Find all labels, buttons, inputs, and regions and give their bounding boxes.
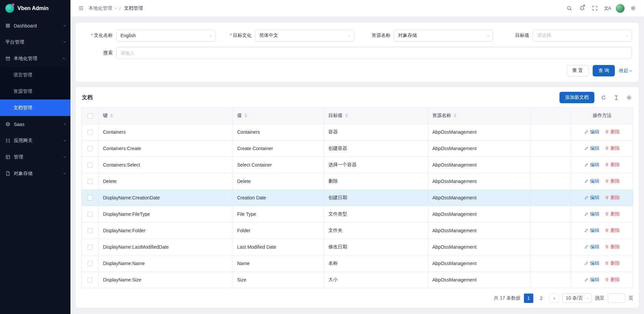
chevron-down-icon <box>63 123 66 125</box>
edit-button[interactable]: 编辑 <box>584 195 599 201</box>
edit-button[interactable]: 编辑 <box>584 260 599 266</box>
cell-key: Containers:Create <box>99 140 233 157</box>
sidebar-item-dashboard[interactable]: Dashboard <box>0 17 70 34</box>
delete-button[interactable]: 删除 <box>605 260 620 266</box>
cell-value: Delete <box>233 173 324 190</box>
column-header-value[interactable]: 值 <box>233 108 324 124</box>
next-page-button[interactable] <box>549 294 559 303</box>
menu-fold-icon[interactable] <box>76 0 85 17</box>
app-logo[interactable]: Vben Admin <box>0 0 70 17</box>
edit-button[interactable]: 编辑 <box>584 277 599 283</box>
sort-icon <box>245 114 247 118</box>
settings-icon[interactable] <box>627 0 639 17</box>
sidebar-item-resource-mgmt[interactable]: 资源管理 <box>0 83 70 100</box>
row-checkbox[interactable] <box>88 179 93 184</box>
row-checkbox[interactable] <box>88 212 93 217</box>
edit-button[interactable]: 编辑 <box>584 228 599 234</box>
notification-icon[interactable] <box>576 0 588 17</box>
column-header-resource[interactable]: 资源名称 <box>428 108 531 124</box>
column-header-target[interactable]: 目标值 <box>324 108 428 124</box>
cell-key: DisplayName:LastModifiedDate <box>99 239 233 255</box>
main-area: 本地化管理 / 文档管理 文A *文化名称 <box>70 0 644 314</box>
select-all-checkbox[interactable] <box>88 113 93 118</box>
jump-unit: 页 <box>629 295 633 301</box>
search-input[interactable] <box>116 47 632 59</box>
edit-button[interactable]: 编辑 <box>584 162 599 168</box>
sidebar-item-saas[interactable]: Saas <box>0 116 70 132</box>
jump-page-input[interactable] <box>608 294 625 303</box>
trash-icon <box>605 228 609 233</box>
cell-value: Name <box>233 255 324 272</box>
field-label: 文化名称 <box>94 33 113 38</box>
sidebar-item-gateway[interactable]: 应用网关 <box>0 132 70 149</box>
culture-select[interactable]: English <box>116 29 215 42</box>
target-culture-select-value: 简体中文 <box>259 33 278 39</box>
row-checkbox[interactable] <box>88 277 93 282</box>
sidebar-item-platform[interactable]: 平台管理 <box>0 34 70 50</box>
translate-icon[interactable]: 文A <box>601 0 614 17</box>
delete-button[interactable]: 删除 <box>605 244 620 250</box>
table-row-highlighted: DisplayName:CreationDate Creation Date 创… <box>82 190 633 206</box>
edit-button[interactable]: 编辑 <box>584 211 599 217</box>
delete-button[interactable]: 删除 <box>605 145 620 151</box>
row-checkbox[interactable] <box>88 245 93 250</box>
cell-target: 选择一个容器 <box>324 157 428 173</box>
row-checkbox[interactable] <box>88 228 93 233</box>
trash-icon <box>605 245 609 249</box>
documents-table: 键 值 目标值 资源名称 操作方法 Containers Container <box>81 107 633 288</box>
delete-button[interactable]: 删除 <box>605 162 620 168</box>
cell-target: 名称 <box>324 255 428 272</box>
row-checkbox[interactable] <box>88 261 93 266</box>
chevron-down-icon <box>63 139 66 141</box>
culture-select-value: English <box>120 33 136 38</box>
delete-button[interactable]: 删除 <box>605 129 620 135</box>
page-size-select[interactable]: 10 条/页 <box>562 294 592 303</box>
page-button-2[interactable]: 2 <box>537 294 546 303</box>
fullscreen-icon[interactable] <box>588 0 601 17</box>
row-height-icon[interactable] <box>612 94 620 101</box>
breadcrumb-parent[interactable]: 本地化管理 <box>89 5 116 11</box>
delete-button[interactable]: 删除 <box>605 277 620 283</box>
column-settings-icon[interactable] <box>625 94 633 101</box>
target-culture-select[interactable]: 简体中文 <box>255 29 354 42</box>
user-avatar[interactable] <box>614 0 627 17</box>
row-checkbox[interactable] <box>88 146 93 151</box>
sidebar-item-object-storage[interactable]: 对象存储 <box>0 165 70 182</box>
edit-button[interactable]: 编辑 <box>584 145 599 151</box>
delete-button[interactable]: 删除 <box>605 195 620 201</box>
row-checkbox[interactable] <box>88 195 93 200</box>
edit-button[interactable]: 编辑 <box>584 129 599 135</box>
refresh-icon[interactable] <box>600 94 607 101</box>
delete-button[interactable]: 删除 <box>605 178 620 184</box>
delete-button[interactable]: 删除 <box>605 228 620 234</box>
sidebar-item-localization[interactable]: 本地化管理 <box>0 50 70 67</box>
target-value-select[interactable]: 请选择 <box>533 29 632 42</box>
field-search: 搜索 <box>83 47 632 59</box>
delete-button[interactable]: 删除 <box>605 211 620 217</box>
sidebar-item-document-mgmt[interactable]: 文档管理 <box>0 100 70 116</box>
cell-resource: AbpOssManagement <box>428 140 531 157</box>
sidebar-item-language-mgmt[interactable]: 语言管理 <box>0 67 70 83</box>
row-checkbox[interactable] <box>88 130 93 135</box>
edit-button[interactable]: 编辑 <box>584 244 599 250</box>
page-button-1[interactable]: 1 <box>524 294 533 303</box>
cell-target: 创建日期 <box>324 190 428 206</box>
filter-panel: *文化名称 English *目标文化 简体中文 <box>76 23 639 82</box>
query-button[interactable]: 查 询 <box>593 65 615 76</box>
breadcrumb-current: 文档管理 <box>124 5 143 11</box>
cell-target: 删除 <box>324 173 428 190</box>
sidebar-item-management[interactable]: 管理 <box>0 149 70 165</box>
column-header-key[interactable]: 键 <box>99 108 233 124</box>
sidebar-item-label: 管理 <box>14 154 23 160</box>
add-document-button[interactable]: 添加新文档 <box>559 92 594 103</box>
row-checkbox[interactable] <box>88 163 93 168</box>
resource-select[interactable]: 对象存储 <box>394 29 493 42</box>
search-icon[interactable] <box>563 0 576 17</box>
collapse-link[interactable]: 收起 <box>619 68 632 74</box>
pencil-icon <box>584 212 589 216</box>
edit-button[interactable]: 编辑 <box>584 178 599 184</box>
pagination-total: 共 17 条数据 <box>494 295 520 301</box>
sidebar-submenu-localization: 语言管理 资源管理 文档管理 <box>0 67 70 116</box>
reset-button[interactable]: 重 置 <box>567 65 589 76</box>
filter-actions: 重 置 查 询 收起 <box>83 65 632 76</box>
